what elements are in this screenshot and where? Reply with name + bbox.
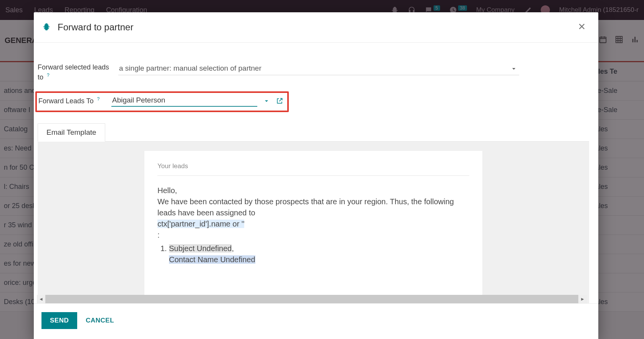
field-forward-selected: Forward selected leads to ? [38, 63, 589, 82]
close-button[interactable] [576, 21, 588, 34]
chevron-down-icon[interactable] [263, 97, 270, 105]
forward-leads-to-input[interactable] [111, 95, 257, 107]
email-body: Hello, We have been contacted by those p… [157, 185, 469, 265]
field-forward-leads-to-highlight: Forward Leads To ? [35, 91, 289, 112]
comma: , [232, 244, 234, 253]
modal-header: Forward to partner [34, 12, 598, 43]
external-link-icon[interactable] [276, 97, 283, 105]
email-colon: : [157, 230, 469, 241]
help-icon[interactable]: ? [97, 96, 100, 102]
forward-leads-to-label: Forward Leads To [38, 97, 94, 105]
modal-title: Forward to partner [58, 22, 569, 33]
tabs: Email Template [38, 123, 589, 142]
help-icon[interactable]: ? [47, 73, 50, 78]
send-button[interactable]: SEND [41, 312, 77, 329]
token-partner: ctx['partner_id'].name or '' [157, 220, 244, 228]
modal-scroll[interactable]: Forward selected leads to ? Forward Lead… [34, 43, 593, 303]
tab-email-template[interactable]: Email Template [38, 123, 105, 142]
bug-icon [42, 22, 51, 32]
email-greeting: Hello, [157, 185, 469, 196]
modal-body: Forward selected leads to ? Forward Lead… [34, 43, 598, 303]
scroll-left-icon[interactable]: ◄ [37, 296, 45, 302]
cancel-button[interactable]: CANCEL [86, 317, 114, 324]
forward-to-partner-modal: Forward to partner Forward selected lead… [34, 12, 598, 339]
modal-footer: SEND CANCEL [34, 303, 598, 339]
forward-selected-select[interactable] [118, 63, 519, 75]
token-subject: Subject Undefined [169, 244, 232, 253]
scroll-track[interactable] [45, 295, 578, 303]
email-subject: Your leads [157, 162, 469, 176]
horizontal-scrollbar[interactable]: ◄ ► [37, 295, 587, 303]
scroll-right-icon[interactable]: ► [578, 296, 587, 302]
email-preview[interactable]: Your leads Hello, We have been contacted… [144, 151, 482, 303]
token-contact: Contact Name Undefined [169, 255, 255, 264]
lead-list-item: Subject Undefined, Contact Name Undefine… [169, 243, 469, 265]
email-template-pane: Your leads Hello, We have been contacted… [38, 142, 589, 303]
email-line1: We have been contacted by those prospect… [157, 197, 454, 217]
